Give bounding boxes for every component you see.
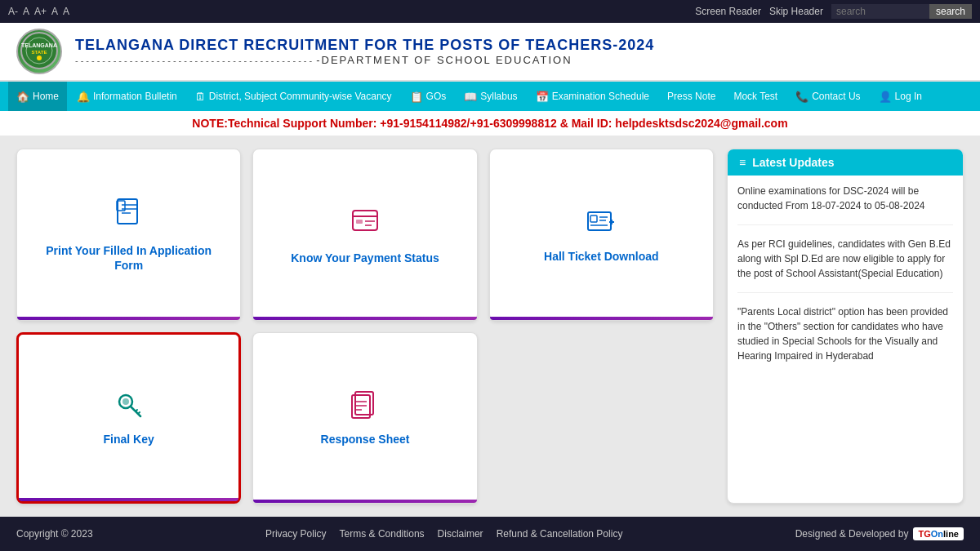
nav-login-label: Log In — [895, 91, 922, 102]
nav-exam-label: Examination Schedule — [552, 91, 649, 102]
exam-icon: 📅 — [536, 91, 549, 103]
logo-inner: TELANGANA STATE — [20, 31, 59, 73]
nav-press-label: Press Note — [667, 91, 715, 102]
payment-svg — [349, 204, 381, 237]
terms-conditions-link[interactable]: Terms & Conditions — [340, 528, 425, 540]
notice-text: NOTE:Technical Support Number: +91-91541… — [192, 117, 787, 130]
screen-reader-link[interactable]: Screen Reader — [695, 6, 761, 17]
header-dots: ----------------------------------------… — [75, 56, 314, 65]
final-key-icon — [113, 389, 145, 424]
tg-text: TG — [918, 529, 930, 539]
nav-home-label: Home — [33, 91, 59, 102]
hall-ticket-icon — [585, 206, 617, 241]
update-text-2: As per RCI guidelines, candidates with G… — [737, 238, 951, 279]
phone-icon: 📞 — [795, 91, 808, 103]
footer: Copyright © 2023 Privacy Policy Terms & … — [0, 517, 980, 551]
updates-icon: ≡ — [739, 156, 746, 169]
updates-body[interactable]: Online examinations for DSC-2024 will be… — [728, 176, 963, 500]
card-payment-label: Know Your Payment Status — [291, 251, 439, 265]
cards-grid: Print Your Filled In Application Form Kn… — [16, 149, 714, 504]
nav-contact-label: Contact Us — [812, 91, 860, 102]
developed-by-text: Designed & Developed by — [795, 528, 909, 540]
on-text: On — [931, 529, 943, 539]
search-button[interactable]: search — [929, 4, 972, 19]
font-normal[interactable]: A — [23, 6, 29, 17]
font-controls: A- A A+ A A — [8, 6, 69, 17]
nav-exam-schedule[interactable]: 📅 Examination Schedule — [528, 82, 657, 111]
nav-syllabus[interactable]: 📖 Syllabus — [456, 82, 525, 111]
header-title: TELANGANA DIRECT RECRUITMENT FOR THE POS… — [75, 37, 654, 54]
svg-line-24 — [138, 412, 140, 414]
card-hall-ticket-label: Hall Ticket Download — [544, 249, 659, 264]
svg-text:STATE: STATE — [32, 50, 47, 55]
footer-links: Privacy Policy Terms & Conditions Discla… — [265, 528, 623, 540]
update-text-1: Online examinations for DSC-2024 will be… — [737, 185, 924, 211]
nav-gos-label: GOs — [426, 91, 447, 102]
copyright: Copyright © 2023 — [16, 528, 93, 540]
nav-gos[interactable]: 📋 GOs — [402, 82, 455, 111]
nav-vacancy[interactable]: 🗓 District, Subject Community-wise Vacan… — [187, 82, 400, 111]
disclaimer-link[interactable]: Disclaimer — [438, 528, 483, 540]
svg-line-23 — [136, 410, 137, 411]
font-decrease[interactable]: A- — [8, 6, 18, 17]
response-sheet-icon — [349, 389, 381, 424]
application-icon — [113, 197, 145, 235]
final-key-svg — [113, 389, 145, 421]
nav-mock-test[interactable]: Mock Test — [725, 82, 786, 111]
doc-icon: 📋 — [410, 91, 423, 103]
user-icon: 👤 — [879, 91, 892, 103]
card-final-key[interactable]: Final Key — [16, 332, 241, 504]
card-final-key-label: Final Key — [104, 432, 154, 447]
payment-icon — [349, 204, 381, 242]
font-increase[interactable]: A+ — [34, 6, 47, 17]
update-item-3: "Parents Local district" option has been… — [737, 304, 953, 375]
nav-home[interactable]: 🏠 Home — [8, 82, 67, 111]
svg-text:TELANGANA: TELANGANA — [21, 42, 57, 48]
line-text: line — [943, 529, 959, 539]
home-icon: 🏠 — [16, 91, 29, 103]
svg-rect-12 — [356, 220, 363, 224]
font-a2[interactable]: A — [63, 6, 69, 17]
card-hall-ticket[interactable]: Hall Ticket Download — [489, 149, 714, 321]
card-response-sheet[interactable]: Response Sheet — [252, 332, 477, 504]
card-payment-status[interactable]: Know Your Payment Status — [252, 149, 477, 321]
nav-mock-label: Mock Test — [733, 91, 777, 102]
top-bar: A- A A+ A A Screen Reader Skip Header se… — [0, 0, 980, 23]
update-text-3: "Parents Local district" option has been… — [737, 306, 948, 362]
bell-icon: 🔔 — [77, 91, 90, 103]
nav-syllabus-label: Syllabus — [480, 91, 517, 102]
calendar-icon: 🗓 — [195, 91, 206, 103]
nav-login[interactable]: 👤 Log In — [871, 82, 930, 111]
tgonline-brand: TGOnline — [913, 527, 964, 540]
notice-bar: NOTE:Technical Support Number: +91-91541… — [0, 111, 980, 136]
nav-contact[interactable]: 📞 Contact Us — [787, 82, 868, 111]
updates-header: ≡ Latest Updates — [728, 149, 963, 176]
svg-point-21 — [122, 398, 129, 405]
search-input[interactable] — [831, 4, 929, 19]
header-text: TELANGANA DIRECT RECRUITMENT FOR THE POS… — [75, 37, 654, 66]
update-item-1: Online examinations for DSC-2024 will be… — [737, 184, 953, 225]
card-response-sheet-label: Response Sheet — [321, 432, 410, 447]
app-form-svg — [113, 197, 145, 229]
hall-ticket-svg — [585, 206, 617, 238]
response-sheet-svg — [349, 389, 381, 421]
nav-info-label: Information Bulletin — [93, 91, 177, 102]
book-icon: 📖 — [464, 91, 477, 103]
card-filled-application-label: Print Your Filled In Application Form — [30, 243, 227, 273]
empty-card-slot — [489, 332, 714, 504]
main-nav: 🏠 Home 🔔 Information Bulletin 🗓 District… — [0, 82, 980, 111]
refund-policy-link[interactable]: Refund & Cancellation Policy — [497, 528, 623, 540]
logo: TELANGANA STATE — [16, 29, 62, 74]
card-filled-application[interactable]: Print Your Filled In Application Form — [16, 149, 241, 321]
svg-point-4 — [37, 56, 42, 60]
logo-svg: TELANGANA STATE — [20, 31, 59, 70]
footer-right: Designed & Developed by TGOnline — [795, 527, 964, 540]
skip-header-link[interactable]: Skip Header — [769, 6, 823, 17]
update-item-2: As per RCI guidelines, candidates with G… — [737, 237, 953, 293]
nav-information[interactable]: 🔔 Information Bulletin — [69, 82, 185, 111]
top-right-controls: Screen Reader Skip Header search — [695, 4, 972, 19]
font-a1[interactable]: A — [51, 6, 58, 17]
updates-panel: ≡ Latest Updates Online examinations for… — [727, 149, 964, 504]
privacy-policy-link[interactable]: Privacy Policy — [265, 528, 327, 540]
nav-press-note[interactable]: Press Note — [659, 82, 724, 111]
